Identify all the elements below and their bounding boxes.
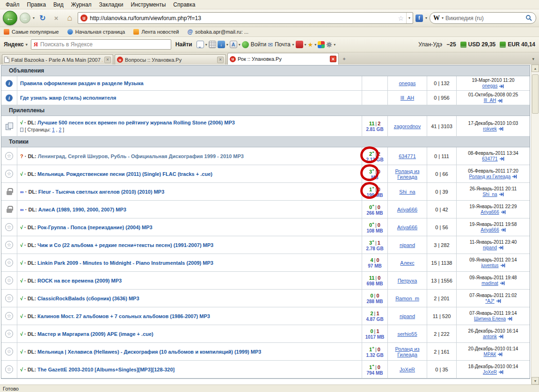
translate-icon[interactable]: A bbox=[230, 41, 237, 48]
yandex-menu[interactable]: Яндекс ▾ bbox=[4, 41, 28, 48]
author-link[interactable]: Ill_AH bbox=[401, 95, 414, 101]
goto-last-post-icon[interactable] bbox=[500, 263, 505, 268]
tab-fatal-bazooka[interactable]: Fatal Bazooka - Parle A Ma Main [2007 ..… bbox=[2, 54, 113, 65]
page-link[interactable]: 1 bbox=[52, 127, 55, 133]
last-post-user[interactable]: antonk bbox=[483, 334, 497, 340]
last-post-user[interactable]: nipand bbox=[483, 245, 497, 251]
widgets-icon[interactable] bbox=[318, 41, 325, 48]
goto-last-post-icon[interactable] bbox=[501, 210, 506, 215]
topic-link[interactable]: АлисА (1989, 1990, 2000, 2007) MP3 bbox=[38, 207, 126, 212]
last-post-user[interactable]: onegas bbox=[482, 83, 498, 89]
extension-icon[interactable]: f bbox=[415, 15, 423, 22]
last-post-user[interactable]: juventus bbox=[481, 263, 498, 269]
keyboard-icon[interactable] bbox=[209, 41, 216, 48]
goto-last-post-icon[interactable] bbox=[499, 156, 504, 161]
tab-close-button[interactable]: × bbox=[330, 56, 336, 62]
scrollbar-thumb[interactable] bbox=[532, 74, 539, 114]
mail-dropdown[interactable]: ▾ bbox=[292, 43, 294, 47]
search-box[interactable]: W ▾ Википедия (ru) bbox=[430, 12, 536, 24]
back-button[interactable]: ← bbox=[3, 11, 17, 25]
favorites-dropdown[interactable]: ▾ bbox=[314, 43, 316, 47]
goto-last-post-icon[interactable] bbox=[507, 316, 512, 321]
download-icon[interactable]: ↓ bbox=[218, 41, 225, 48]
goto-last-post-icon[interactable] bbox=[498, 126, 503, 131]
author-link[interactable]: Shi_na bbox=[399, 189, 415, 195]
topic-link[interactable]: Чиж и Со (22 альбома + редкие песни+текс… bbox=[37, 242, 213, 248]
topic-link[interactable]: Лучшие 500 песен всех времен по рейтингу… bbox=[37, 120, 235, 125]
goto-last-post-icon[interactable] bbox=[499, 84, 504, 89]
menu-view[interactable]: Вид bbox=[50, 1, 67, 8]
topic-link[interactable]: Мельница. Рождественские песни (2011) (S… bbox=[37, 171, 212, 177]
author-link[interactable]: Ariya666 bbox=[397, 207, 417, 212]
topic-link[interactable]: Linkin Park 2009 - Minutes to Midnight -… bbox=[37, 260, 213, 266]
author-link[interactable]: zagorodnov bbox=[394, 123, 421, 129]
topic-link[interactable]: Где узнать жанр (стиль) исполнителя bbox=[20, 95, 117, 101]
goto-last-post-icon[interactable] bbox=[498, 370, 503, 375]
tab-close-button[interactable]: × bbox=[104, 57, 111, 63]
tab-rok-active[interactable]: u Рок :: Улановка.Ру × bbox=[227, 53, 339, 65]
author-link[interactable]: nipand bbox=[400, 242, 415, 248]
author-link[interactable]: 634771 bbox=[399, 153, 416, 159]
history-dropdown[interactable]: ▾ bbox=[33, 16, 35, 20]
goto-last-post-icon[interactable] bbox=[512, 174, 517, 179]
topic-link[interactable]: Fleur - Тысяча светлых ангелов (2010) (2… bbox=[38, 189, 164, 195]
topic-link[interactable]: Рок-Группа - Попса (переиздание) (2004) … bbox=[37, 225, 153, 230]
bookmark-star-icon[interactable]: ☆ bbox=[398, 15, 404, 22]
bookmark-news-feed[interactable]: Лента новостей bbox=[133, 29, 179, 35]
last-post-user[interactable]: 634771 bbox=[482, 156, 497, 162]
settings-dropdown[interactable]: ▾ bbox=[334, 43, 335, 47]
last-post-user[interactable]: rokvek bbox=[483, 126, 496, 132]
comments-icon[interactable] bbox=[197, 41, 204, 48]
topic-link[interactable]: Мастер и Маргарита (2009) APE (image + .… bbox=[37, 331, 153, 337]
goto-last-post-icon[interactable] bbox=[497, 352, 503, 357]
author-link[interactable]: JoXeR bbox=[400, 367, 415, 372]
topic-link[interactable]: ROCK на все времена (2009) MP3 bbox=[37, 278, 122, 283]
goto-last-post-icon[interactable] bbox=[500, 281, 505, 286]
last-post-user[interactable]: JoXeR bbox=[483, 370, 497, 375]
topic-link[interactable]: Правила оформления раздач в разделе Музы… bbox=[20, 80, 144, 86]
gift-icon[interactable] bbox=[296, 41, 303, 48]
search-input[interactable]: Википедия (ru) bbox=[445, 15, 524, 22]
url-text[interactable]: http://ulanovka.ru/forum/viewforum.php?f… bbox=[90, 15, 395, 22]
menu-help[interactable]: Справка bbox=[169, 1, 199, 8]
comments-dropdown[interactable]: ▾ bbox=[205, 43, 207, 47]
search-submit-icon[interactable] bbox=[525, 15, 532, 22]
last-post-user[interactable]: Роланд из Гилеада bbox=[469, 174, 511, 180]
menu-tools[interactable]: Инструменты bbox=[127, 1, 170, 8]
vertical-scrollbar[interactable]: ▲ ▼ bbox=[531, 65, 539, 385]
home-button[interactable]: ⌂ bbox=[64, 13, 75, 24]
topic-link[interactable]: The GazettE 2003-2010 [Albums+Singles][M… bbox=[37, 367, 175, 372]
translate-dropdown[interactable]: ▾ bbox=[239, 43, 240, 47]
yandex-mail-button[interactable]: ✉ Почта ▾ bbox=[268, 41, 294, 48]
download-dropdown[interactable]: ▾ bbox=[226, 43, 228, 47]
yandex-find-button[interactable]: Найти bbox=[175, 41, 193, 48]
author-link[interactable]: Алекс bbox=[400, 260, 414, 266]
last-post-user[interactable]: МРАК bbox=[484, 352, 496, 357]
stop-button[interactable]: × bbox=[51, 13, 62, 24]
goto-last-post-icon[interactable] bbox=[498, 334, 503, 339]
last-post-user[interactable]: Ariya666 bbox=[481, 210, 499, 215]
topic-link[interactable]: Ленинград, Сергей Шнуров, Рубль - Официа… bbox=[38, 153, 244, 159]
last-post-user[interactable]: madinat bbox=[481, 281, 498, 286]
last-post-user[interactable]: Шитина Елена bbox=[474, 316, 506, 322]
menu-edit[interactable]: Правка bbox=[23, 1, 50, 8]
extension-dropdown[interactable]: ▾ bbox=[425, 16, 427, 20]
scroll-up-button[interactable]: ▲ bbox=[532, 65, 539, 72]
settings-gear-icon[interactable] bbox=[326, 42, 332, 48]
author-link[interactable]: Ramon_m bbox=[395, 296, 419, 301]
scrollbar-track[interactable] bbox=[532, 72, 539, 377]
menu-history[interactable]: Журнал bbox=[67, 1, 95, 8]
search-engine-dropdown[interactable]: ▾ bbox=[442, 16, 444, 20]
yandex-login-button[interactable]: Войти bbox=[242, 41, 267, 48]
author-link[interactable]: Петруха bbox=[398, 278, 417, 283]
yandex-city[interactable]: Улан-Удэ bbox=[418, 41, 442, 48]
list-all-tabs-button[interactable]: ▾ bbox=[529, 57, 537, 61]
last-post-user[interactable]: *AJ* bbox=[485, 298, 494, 304]
favorites-star-icon[interactable]: ★ bbox=[308, 41, 313, 48]
author-link[interactable]: nipand bbox=[400, 313, 415, 319]
menu-file[interactable]: Файл bbox=[2, 1, 23, 8]
topic-link[interactable]: Мельница | Хелависа (Hellawes) - Дискогр… bbox=[37, 349, 261, 355]
last-post-user[interactable]: Ill_AH bbox=[484, 98, 496, 103]
goto-last-post-icon[interactable] bbox=[498, 245, 503, 250]
bookmark-mail[interactable]: @ sobaka.apr@mail.ru: ... bbox=[187, 29, 248, 35]
